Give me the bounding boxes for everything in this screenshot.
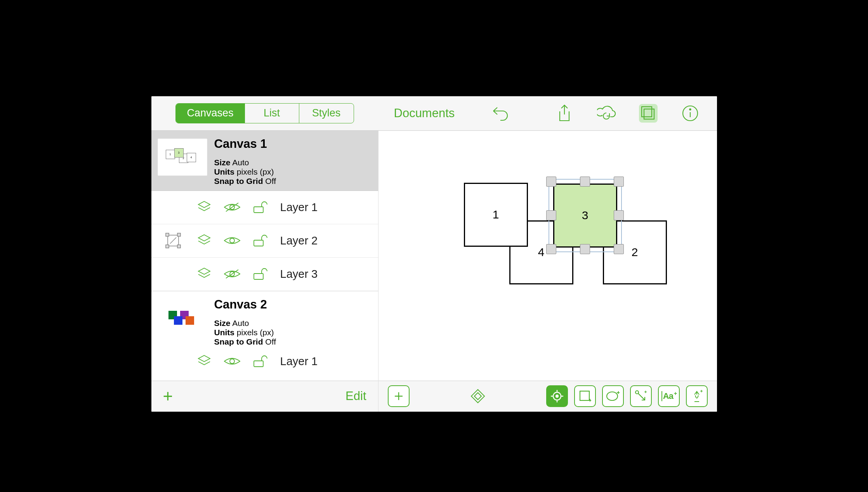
text-tool-button[interactable]: Aa+ [658, 385, 680, 407]
layers-stack-icon[interactable] [194, 267, 214, 281]
selection-handle-ne[interactable] [614, 177, 624, 187]
canvas-thumbnail [158, 299, 207, 336]
svg-rect-22 [580, 391, 589, 400]
lock-open-icon[interactable] [250, 267, 270, 281]
canvas-thumbnail: 1 2 3 4 [158, 139, 207, 176]
canvas-item-2[interactable]: Canvas 2 Size Auto Units pixels (px) Sna… [151, 291, 378, 351]
tab-styles[interactable]: Styles [299, 104, 354, 123]
canvas-info: Canvas 2 Size Auto Units pixels (px) Sna… [214, 298, 276, 346]
ellipse-tool-button[interactable] [602, 385, 624, 407]
svg-rect-10 [166, 245, 169, 248]
canvas-title: Canvas 1 [214, 137, 276, 151]
layer-name: Layer 1 [280, 355, 318, 368]
canvas-snap-meta: Snap to Grid Off [214, 177, 276, 186]
layers-stack-icon[interactable] [194, 355, 214, 368]
svg-rect-17 [254, 274, 263, 279]
lock-open-icon[interactable] [250, 234, 270, 247]
svg-point-24 [635, 391, 639, 394]
svg-point-18 [230, 359, 234, 364]
editing-indicator-icon [158, 230, 189, 251]
selection-handle-se[interactable] [614, 244, 624, 254]
svg-rect-1 [644, 109, 654, 119]
text-tool-label: Aa+ [661, 391, 676, 401]
svg-point-23 [607, 392, 618, 400]
svg-rect-14 [254, 240, 263, 246]
canvases-sidebar: 1 2 3 4 Canvas 1 Size Auto Units pixels … [151, 131, 378, 412]
tab-list[interactable]: List [245, 104, 299, 123]
canvas-snap-meta: Snap to Grid Off [214, 337, 276, 346]
canvas-size-meta: Size Auto [214, 319, 276, 328]
shape-1[interactable]: 1 [464, 183, 528, 247]
undo-icon[interactable] [491, 104, 509, 123]
layer-row[interactable]: Layer 1 [151, 191, 378, 224]
svg-rect-0 [642, 107, 652, 117]
canvas-info: Canvas 1 Size Auto Units pixels (px) Sna… [214, 137, 276, 186]
lock-open-icon[interactable] [250, 201, 270, 214]
shape-3[interactable]: 3 [553, 184, 617, 248]
line-tool-button[interactable] [630, 385, 652, 407]
sidebar-scroll[interactable]: 1 2 3 4 Canvas 1 Size Auto Units pixels … [151, 131, 378, 381]
svg-rect-9 [177, 233, 181, 236]
layers-stack-icon[interactable] [194, 234, 214, 247]
canvas-title: Canvas 2 [214, 298, 276, 312]
sidebar-footer: + Edit [151, 381, 378, 412]
layer-row[interactable]: Layer 2 [151, 224, 378, 258]
svg-rect-11 [177, 245, 181, 248]
canvases-panel-icon[interactable] [639, 104, 658, 123]
svg-rect-8 [166, 233, 169, 236]
selection-handle-sw[interactable] [546, 244, 556, 254]
layers-stack-icon[interactable] [194, 201, 214, 214]
rectangle-tool-button[interactable] [574, 385, 596, 407]
canvas-area: 4 2 1 3 [378, 131, 717, 412]
drawing-tools-group: Aa+ [546, 385, 708, 407]
svg-point-21 [556, 395, 558, 397]
layer-name: Layer 1 [280, 201, 318, 214]
svg-point-13 [230, 238, 234, 243]
selection-handle-nw[interactable] [546, 177, 556, 187]
add-canvas-button[interactable]: + [163, 388, 173, 405]
freehand-tool-button[interactable] [686, 385, 708, 407]
edit-button[interactable]: Edit [345, 389, 366, 403]
sync-icon[interactable] [597, 104, 616, 123]
documents-button[interactable]: Documents [394, 106, 455, 120]
lock-open-icon[interactable] [250, 355, 270, 368]
layer-name: Layer 3 [280, 268, 318, 281]
share-icon[interactable] [555, 104, 574, 123]
app-window: Canvases List Styles Documents [150, 95, 719, 413]
selection-handle-n[interactable] [580, 177, 590, 187]
layer-row[interactable]: Layer 3 [151, 258, 378, 291]
svg-rect-19 [254, 361, 263, 367]
tab-canvases[interactable]: Canvases [176, 104, 245, 123]
visibility-hidden-icon[interactable] [222, 201, 242, 213]
selection-handle-w[interactable] [546, 210, 556, 220]
info-icon[interactable] [681, 104, 700, 123]
svg-point-3 [689, 109, 691, 110]
canvas-toolbar: Aa+ [378, 381, 717, 412]
layer-name: Layer 2 [280, 234, 318, 247]
sidebar-tabs-container: Canvases List Styles [151, 96, 378, 130]
main-body: 1 2 3 4 Canvas 1 Size Auto Units pixels … [151, 131, 717, 412]
layer-row[interactable]: Layer 1 [151, 351, 378, 371]
visibility-hidden-icon[interactable] [222, 268, 242, 280]
canvas-item-1[interactable]: 1 2 3 4 Canvas 1 Size Auto Units pixels … [151, 131, 378, 191]
selection-handle-s[interactable] [580, 244, 590, 254]
add-shape-button[interactable] [388, 385, 410, 407]
main-toolbar: Documents [378, 96, 717, 130]
segmented-control: Canvases List Styles [175, 103, 354, 123]
top-bar: Canvases List Styles Documents [151, 96, 717, 131]
diamond-tool-icon[interactable] [467, 385, 489, 407]
selection-handle-e[interactable] [614, 210, 624, 220]
svg-line-12 [170, 237, 176, 244]
canvas-units-meta: Units pixels (px) [214, 167, 276, 177]
canvas-size-meta: Size Auto [214, 158, 276, 167]
canvas-viewport[interactable]: 4 2 1 3 [378, 131, 717, 381]
visibility-visible-icon[interactable] [222, 355, 242, 367]
svg-rect-6 [254, 207, 263, 213]
selection-tool-button[interactable] [546, 385, 568, 407]
canvas-units-meta: Units pixels (px) [214, 328, 276, 337]
visibility-visible-icon[interactable] [222, 235, 242, 246]
